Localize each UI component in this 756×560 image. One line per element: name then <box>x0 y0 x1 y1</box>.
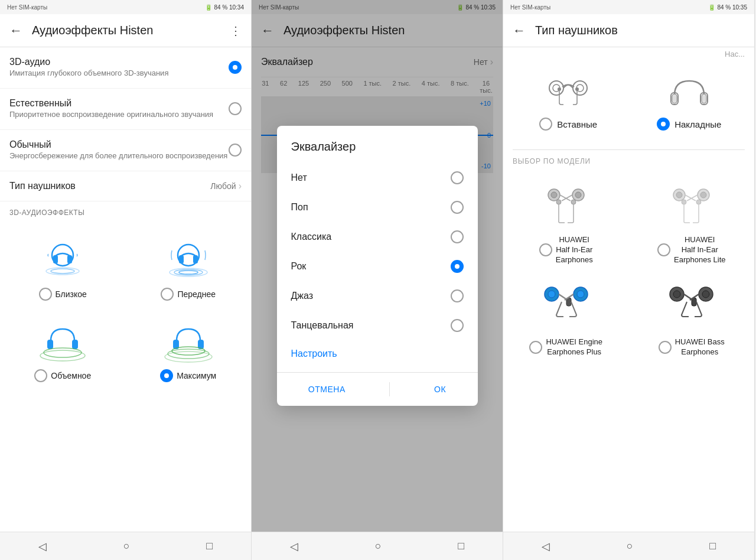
eq-option-pop[interactable]: Поп <box>277 193 478 222</box>
menu-button-1[interactable]: ⋮ <box>230 24 242 38</box>
model-section-header: ВЫБОР ПО МОДЕЛИ <box>503 150 754 170</box>
radio-3d-audio[interactable] <box>229 61 242 74</box>
nav-headphone-label: Тип наушников <box>9 181 76 191</box>
eq-option-rock-label: Рок <box>291 261 307 272</box>
eq-option-dance[interactable]: Танцевальная <box>277 311 478 340</box>
svg-point-43 <box>548 291 555 298</box>
model-bass[interactable]: HUAWEI BassEarphones <box>629 272 755 364</box>
effect-close[interactable]: Близкое <box>0 226 126 308</box>
recent-nav-btn-1[interactable]: □ <box>192 535 227 557</box>
radio-front[interactable] <box>161 288 174 301</box>
model-half-in-ear-lite-img <box>665 177 718 230</box>
setting-natural[interactable]: Естественный Приоритетное воспроизведени… <box>0 89 251 130</box>
svg-point-10 <box>179 271 198 274</box>
eq-ok-btn[interactable]: ОК <box>415 377 465 401</box>
content-3: Нас... <box>503 47 754 532</box>
effect-close-icon <box>39 236 86 283</box>
back-nav-btn-1[interactable]: ◁ <box>24 535 61 558</box>
radio-eq-rock[interactable] <box>451 260 464 273</box>
effect-max[interactable]: Максимум <box>126 308 252 389</box>
radio-surround[interactable] <box>34 369 47 382</box>
svg-point-51 <box>702 291 709 298</box>
eq-dialog-title: Эквалайзер <box>277 126 478 163</box>
status-bar-left-1: Нет SIM-карты <box>7 4 47 11</box>
recent-nav-btn-2[interactable]: □ <box>444 535 478 557</box>
bottom-nav-2: ◁ ○ □ <box>252 532 503 560</box>
dialog-btn-divider <box>389 382 390 396</box>
home-nav-btn-2[interactable]: ○ <box>361 535 396 557</box>
eq-option-classic[interactable]: Классика <box>277 222 478 252</box>
panel-equalizer: Нет SIM-карты 🔋 84 % 10:35 ← Аудиоэффект… <box>252 0 503 560</box>
recent-nav-btn-3[interactable]: □ <box>695 535 730 557</box>
radio-eq-pop[interactable] <box>451 201 464 214</box>
svg-point-13 <box>44 348 82 357</box>
back-nav-btn-3[interactable]: ◁ <box>527 535 564 558</box>
model-engine-plus-img <box>539 279 592 333</box>
radio-model-engine-plus[interactable] <box>529 341 542 354</box>
model-bass-label: HUAWEI BassEarphones <box>675 337 725 357</box>
status-bar-right-1: 🔋 84 % 10:34 <box>205 4 244 11</box>
svg-point-41 <box>682 200 686 204</box>
top-bar-1: ← Аудиоэффекты Histen ⋮ <box>0 14 251 47</box>
overhead-label: Накладные <box>674 119 721 129</box>
model-half-in-ear-lite-label: HUAWEIHalf In-EarEarphones Lite <box>674 235 725 265</box>
eq-cancel-btn[interactable]: ОТМЕНА <box>289 377 364 401</box>
nav-headphone-value: Любой › <box>210 181 242 191</box>
back-nav-btn-2[interactable]: ◁ <box>276 535 312 558</box>
setting-normal-subtitle: Энергосбережение для более длительного в… <box>9 151 229 161</box>
radio-eq-classic[interactable] <box>451 230 464 243</box>
svg-point-34 <box>575 192 581 198</box>
radio-model-bass[interactable] <box>659 341 672 354</box>
status-bar-right-3: 🔋 84 % 10:35 <box>708 4 747 11</box>
home-nav-btn-1[interactable]: ○ <box>109 535 144 557</box>
effect-surround-label: Объемное <box>51 371 91 380</box>
page-title-1: Аудиоэффекты Histen <box>32 24 230 37</box>
setting-3d-audio-subtitle: Имитация глубокого объемного 3D-звучания <box>9 69 229 79</box>
model-grid: HUAWEIHalf In-EarEarphones <box>503 170 754 364</box>
svg-point-23 <box>573 81 587 95</box>
radio-earbuds[interactable] <box>539 118 552 131</box>
headphone-earbuds[interactable]: Вставные <box>513 70 624 131</box>
model-bass-img <box>665 279 718 333</box>
radio-eq-none[interactable] <box>451 171 464 184</box>
effect-surround-icon <box>39 317 86 364</box>
earbuds-icon <box>545 70 592 112</box>
model-engine-plus[interactable]: HUAWEI EngineEarphones Plus <box>503 272 629 364</box>
svg-point-46 <box>577 291 584 298</box>
svg-point-18 <box>168 349 209 359</box>
radio-overhead[interactable] <box>657 118 670 131</box>
headphone-overhead[interactable]: Накладные <box>634 70 745 131</box>
bottom-nav-1: ◁ ○ □ <box>0 532 251 560</box>
radio-model-half-in-ear-lite[interactable] <box>657 243 670 256</box>
content-1: 3D-аудио Имитация глубокого объемного 3D… <box>0 47 251 532</box>
effect-surround[interactable]: Объемное <box>0 308 126 389</box>
top-value-hint: Нас... <box>503 47 754 61</box>
effect-front-icon <box>165 236 212 283</box>
back-button-1[interactable]: ← <box>9 23 22 38</box>
setting-3d-audio[interactable]: 3D-аудио Имитация глубокого объемного 3D… <box>0 47 251 89</box>
svg-point-37 <box>676 192 682 198</box>
model-half-in-ear-lite[interactable]: HUAWEIHalf In-EarEarphones Lite <box>629 170 755 272</box>
radio-eq-jazz[interactable] <box>451 289 464 302</box>
svg-rect-12 <box>72 340 78 349</box>
battery-icon-3: 🔋 <box>708 4 715 11</box>
eq-option-none[interactable]: Нет <box>277 163 478 193</box>
radio-max[interactable] <box>160 369 173 382</box>
eq-option-jazz[interactable]: Джаз <box>277 281 478 311</box>
page-title-3: Тип наушников <box>535 24 745 37</box>
radio-natural[interactable] <box>229 102 242 115</box>
radio-close[interactable] <box>39 288 52 301</box>
model-half-in-ear[interactable]: HUAWEIHalf In-EarEarphones <box>503 170 629 272</box>
eq-option-rock[interactable]: Рок <box>277 252 478 281</box>
home-nav-btn-3[interactable]: ○ <box>612 535 647 557</box>
effect-front[interactable]: Переднее <box>126 226 252 308</box>
radio-normal[interactable] <box>229 144 242 157</box>
setting-normal[interactable]: Обычный Энергосбережение для более длите… <box>0 130 251 171</box>
nav-headphone-type[interactable]: Тип наушников Любой › <box>0 171 251 201</box>
svg-point-31 <box>551 192 557 198</box>
chevron-right-icon-hp: › <box>239 181 242 191</box>
radio-model-half-in-ear[interactable] <box>539 243 552 256</box>
back-button-3[interactable]: ← <box>513 23 526 38</box>
eq-customize-btn[interactable]: Настроить <box>277 340 478 367</box>
radio-eq-dance[interactable] <box>451 319 464 332</box>
